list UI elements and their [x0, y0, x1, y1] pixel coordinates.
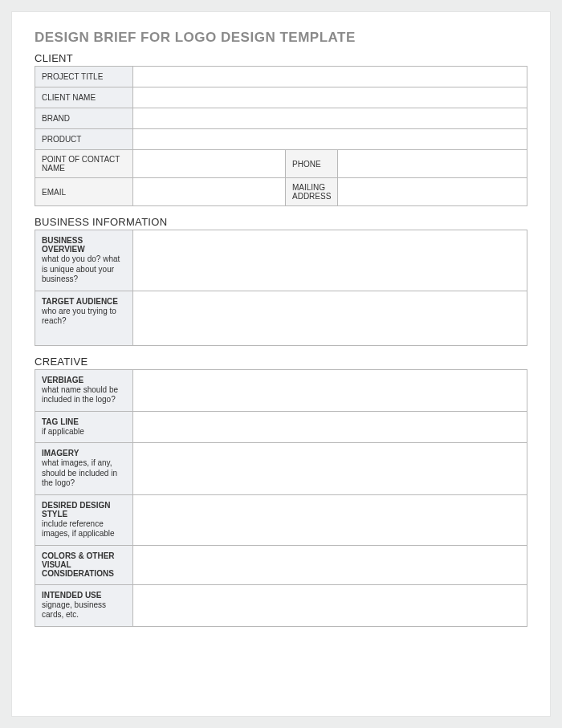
label-verbiage: VERBIAGE what name should be included in…: [35, 369, 133, 411]
label-phone: PHONE: [286, 150, 338, 178]
label-imagery: IMAGERY what images, if any, should be i…: [35, 443, 133, 495]
label-target-audience-text: TARGET AUDIENCE: [42, 297, 126, 306]
creative-table: VERBIAGE what name should be included in…: [35, 369, 527, 627]
label-tagline: TAG LINE if applicable: [35, 411, 133, 443]
hint-imagery: what images, if any, should be included …: [42, 458, 126, 489]
label-poc: POINT OF CONTACT NAME: [35, 150, 133, 178]
label-target-audience: TARGET AUDIENCE who are you trying to re…: [35, 291, 133, 345]
section-header-client: CLIENT: [35, 52, 527, 64]
field-project-title[interactable]: [133, 67, 527, 87]
label-imagery-text: IMAGERY: [42, 449, 126, 458]
hint-tagline: if applicable: [42, 427, 126, 437]
label-tagline-text: TAG LINE: [42, 417, 126, 426]
section-header-business: BUSINESS INFORMATION: [35, 216, 527, 228]
document-page: DESIGN BRIEF FOR LOGO DESIGN TEMPLATE CL…: [11, 11, 551, 717]
label-email: EMAIL: [35, 178, 133, 206]
page-title: DESIGN BRIEF FOR LOGO DESIGN TEMPLATE: [35, 30, 527, 46]
section-header-creative: CREATIVE: [35, 356, 527, 368]
label-style: DESIRED DESIGN STYLE include reference i…: [35, 494, 133, 545]
label-verbiage-text: VERBIAGE: [42, 376, 126, 384]
hint-intended-use: signage, business cards, etc.: [42, 600, 126, 620]
label-business-overview: BUSINESS OVERVIEW what do you do? what i…: [35, 230, 133, 291]
label-intended-use: INTENDED USE signage, business cards, et…: [35, 584, 133, 626]
field-style[interactable]: [133, 494, 527, 545]
field-brand[interactable]: [133, 108, 527, 129]
field-business-overview[interactable]: [133, 230, 527, 291]
label-project-title: PROJECT TITLE: [35, 67, 133, 87]
hint-target-audience: who are you trying to reach?: [42, 307, 126, 327]
field-imagery[interactable]: [133, 443, 527, 495]
label-brand: BRAND: [35, 108, 133, 129]
label-mailing: MAILING ADDRESS: [286, 178, 338, 206]
field-mailing[interactable]: [338, 178, 527, 206]
field-colors[interactable]: [133, 545, 527, 584]
hint-business-overview: what do you do? what is unique about you…: [42, 254, 126, 285]
hint-verbiage: what name should be included in the logo…: [42, 385, 126, 405]
field-tagline[interactable]: [133, 411, 527, 443]
field-client-name[interactable]: [133, 87, 527, 108]
field-product[interactable]: [133, 129, 527, 150]
label-style-text: DESIRED DESIGN STYLE: [42, 501, 126, 519]
field-email[interactable]: [133, 178, 286, 206]
field-intended-use[interactable]: [133, 584, 527, 626]
label-product: PRODUCT: [35, 129, 133, 150]
label-business-overview-text: BUSINESS OVERVIEW: [42, 236, 126, 254]
client-table: PROJECT TITLE CLIENT NAME BRAND PRODUCT …: [35, 66, 527, 206]
business-table: BUSINESS OVERVIEW what do you do? what i…: [35, 230, 527, 346]
field-verbiage[interactable]: [133, 369, 527, 411]
hint-style: include reference images, if applicable: [42, 519, 126, 539]
field-poc[interactable]: [133, 150, 286, 178]
field-target-audience[interactable]: [133, 291, 527, 345]
field-phone[interactable]: [338, 150, 527, 178]
label-colors: COLORS & OTHER VISUAL CONSIDERATIONS: [35, 545, 133, 584]
label-client-name: CLIENT NAME: [35, 87, 133, 108]
label-colors-text: COLORS & OTHER VISUAL CONSIDERATIONS: [42, 551, 126, 578]
label-intended-use-text: INTENDED USE: [42, 591, 126, 600]
